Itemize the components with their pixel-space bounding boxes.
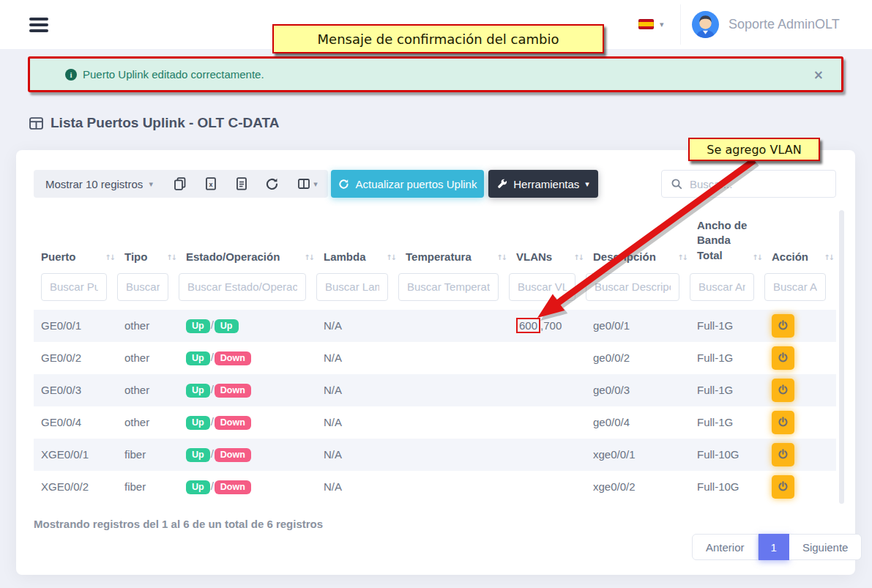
cell-lambda: N/A	[316, 374, 398, 406]
sort-icon[interactable]: ↑↓	[166, 253, 176, 261]
filter-puerto-input[interactable]	[41, 273, 107, 301]
column-header-tipo[interactable]: Tipo↑↓	[117, 212, 179, 273]
filter-estado-input[interactable]	[179, 273, 306, 301]
cell-descripcion: xge0/0/2	[586, 471, 690, 503]
sort-icon[interactable]: ↑↓	[677, 253, 687, 261]
cell-puerto: GE0/0/3	[34, 374, 117, 406]
language-dropdown[interactable]: ▾	[638, 19, 664, 29]
sort-icon[interactable]: ↑↓	[386, 253, 395, 261]
cell-accion	[764, 374, 836, 406]
filter-accion-input[interactable]	[764, 273, 826, 301]
filter-descripcion-input[interactable]	[586, 273, 679, 301]
cell-descripcion: ge0/0/3	[586, 374, 690, 406]
page-title: Lista Puertos Uplink - OLT C-DATA	[29, 115, 279, 131]
cell-temperatura	[398, 471, 509, 503]
cell-descripcion: xge0/0/1	[586, 439, 690, 471]
chevron-down-icon: ▾	[660, 20, 664, 29]
cell-vlans	[509, 406, 586, 439]
reload-table-button[interactable]	[257, 170, 288, 198]
entries-dropdown[interactable]: Mostrar 10 registros ▾	[34, 178, 165, 190]
filter-tipo-input[interactable]	[117, 273, 168, 301]
pagination-next-button[interactable]: Siguiente	[789, 534, 862, 560]
cell-tipo: other	[117, 310, 179, 342]
sort-icon[interactable]: ↑↓	[752, 253, 761, 261]
cell-lambda: N/A	[316, 310, 398, 342]
pagination-page-1-button[interactable]: 1	[759, 534, 789, 560]
columns-icon	[297, 177, 310, 190]
power-toggle-button[interactable]	[772, 346, 794, 370]
table-row: GE0/0/1 other Up/Up N/A 600,700 ge0/0/1 …	[34, 310, 836, 342]
badge-separator: /	[211, 319, 214, 331]
table-card: Mostrar 10 registros ▾ x	[16, 150, 855, 575]
export-file-button[interactable]	[226, 170, 257, 198]
filter-vlans-input[interactable]	[509, 273, 575, 301]
ports-table: Puerto↑↓ Tipo↑↓ Estado/Operación↑↓ Lambd…	[34, 212, 838, 503]
navbar-divider	[680, 4, 681, 45]
operation-badge: Down	[215, 351, 251, 366]
cell-temperatura	[398, 342, 509, 374]
column-header-temperatura[interactable]: Temperatura↑↓	[398, 212, 509, 273]
sort-icon[interactable]: ↑↓	[824, 253, 833, 261]
column-header-accion[interactable]: Acción↑↓	[764, 212, 836, 273]
annotation-vlan-note: Se agrego VLAN	[688, 138, 820, 161]
column-visibility-button[interactable]: ▾	[288, 170, 327, 198]
file-text-icon	[235, 177, 248, 190]
status-badge: Up	[186, 351, 210, 366]
cell-puerto: XGE0/0/1	[34, 439, 117, 471]
cell-ancho-banda: Full-10G	[690, 471, 764, 503]
column-header-estado-operacion[interactable]: Estado/Operación↑↓	[179, 212, 316, 273]
cell-estado-operacion: Up/Down	[179, 406, 316, 439]
sort-icon[interactable]: ↑↓	[496, 253, 506, 261]
excel-file-icon: x	[204, 177, 217, 190]
table-search	[661, 170, 836, 198]
sort-icon[interactable]: ↑↓	[105, 253, 114, 261]
update-uplink-ports-button[interactable]: Actualizar puertos Uplink	[331, 170, 484, 198]
badge-separator: /	[211, 480, 214, 492]
svg-text:x: x	[209, 181, 212, 188]
column-header-descripcion[interactable]: Descripción↑↓	[586, 212, 690, 273]
user-name: Soporte AdminOLT	[728, 17, 840, 32]
power-toggle-button[interactable]	[772, 475, 794, 499]
cell-descripcion: ge0/0/4	[586, 406, 690, 439]
filter-temperatura-input[interactable]	[398, 273, 499, 301]
power-toggle-button[interactable]	[772, 443, 794, 466]
sort-icon[interactable]: ↑↓	[573, 253, 583, 261]
tools-dropdown-button[interactable]: Herramientas ▾	[488, 170, 598, 198]
power-toggle-button[interactable]	[772, 379, 794, 402]
header-row: Puerto↑↓ Tipo↑↓ Estado/Operación↑↓ Lambd…	[34, 212, 836, 273]
cell-ancho-banda: Full-1G	[690, 342, 764, 374]
sort-icon[interactable]: ↑↓	[304, 253, 313, 261]
column-header-vlans[interactable]: VLANs↑↓	[509, 212, 586, 273]
cell-estado-operacion: Up/Down	[179, 342, 316, 374]
filter-ancho-input[interactable]	[690, 273, 754, 301]
cell-vlans	[509, 342, 586, 374]
refresh-icon	[265, 177, 279, 191]
table-scrollbar[interactable]	[839, 210, 844, 504]
power-icon	[778, 384, 789, 395]
export-excel-button[interactable]: x	[195, 170, 226, 198]
cell-vlans	[509, 374, 586, 406]
operation-badge: Down	[215, 384, 251, 398]
copy-button[interactable]	[165, 170, 195, 198]
filter-lambda-input[interactable]	[316, 273, 388, 301]
cell-estado-operacion: Up/Down	[179, 439, 316, 471]
column-header-puerto[interactable]: Puerto↑↓	[34, 212, 117, 273]
cell-accion	[764, 471, 836, 503]
power-toggle-button[interactable]	[772, 411, 794, 434]
close-icon[interactable]: ×	[813, 67, 824, 82]
cell-accion	[764, 310, 836, 342]
power-icon	[778, 417, 789, 428]
info-icon: i	[65, 69, 77, 81]
hamburger-menu-icon[interactable]	[29, 18, 48, 35]
cell-estado-operacion: Up/Up	[179, 310, 316, 342]
vlan-rest: ,700	[540, 319, 562, 332]
pagination-previous-button[interactable]: Anterior	[692, 534, 759, 560]
cell-temperatura	[398, 439, 509, 471]
cell-vlans	[509, 471, 586, 503]
user-menu[interactable]: Soporte AdminOLT	[692, 11, 840, 38]
power-toggle-button[interactable]	[772, 314, 794, 338]
search-input[interactable]	[690, 178, 827, 190]
copy-icon	[174, 177, 187, 190]
column-header-lambda[interactable]: Lambda↑↓	[316, 212, 398, 273]
column-header-ancho-banda[interactable]: Ancho de Banda Total↑↓	[690, 212, 764, 273]
